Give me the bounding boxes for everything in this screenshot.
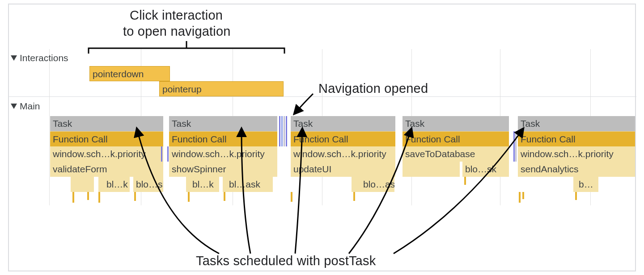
activity-tick (291, 192, 292, 202)
annotation-bottom: Tasks scheduled with postTask (196, 254, 376, 268)
function-call-bar[interactable]: Function Call (50, 131, 163, 146)
function-call-bar[interactable]: Function Call (291, 131, 395, 146)
gc-stripe (279, 116, 280, 146)
micro-task-bar[interactable] (71, 177, 94, 192)
activity-tick (87, 192, 89, 200)
gc-stripe (286, 116, 287, 146)
task-bar[interactable]: Task (402, 116, 509, 131)
track-divider (9, 96, 636, 97)
scheduler-bar[interactable]: window.sch…k.priority (169, 146, 277, 162)
callback-bar[interactable]: sendAnalytics (518, 162, 635, 177)
micro-task-bar[interactable]: bl…k (186, 177, 219, 192)
interaction-pointerup[interactable]: pointerup (159, 81, 284, 96)
micro-task-bar[interactable]: bl…ask (223, 177, 273, 192)
track-label-main: Main (20, 101, 40, 112)
activity-tick (519, 192, 521, 203)
activity-tick (188, 192, 190, 202)
gc-stripe (284, 116, 285, 146)
activity-tick (98, 192, 100, 203)
activity-tick (134, 192, 136, 201)
activity-tick (353, 192, 355, 201)
gridline (49, 49, 50, 205)
interaction-pointerdown[interactable]: pointerdown (89, 66, 170, 81)
micro-task-bar[interactable]: blo…sk (133, 177, 163, 192)
gc-stripe (515, 131, 517, 162)
task-bar[interactable]: Task (291, 116, 395, 131)
track-label-interactions: Interactions (20, 53, 68, 63)
gc-stripe (167, 146, 169, 162)
callback-bar[interactable]: showSpinner (169, 162, 277, 177)
task-bar[interactable]: Task (50, 116, 163, 131)
scheduler-bar[interactable]: saveToDatabase (402, 146, 509, 162)
micro-task-bar[interactable]: bl…k (98, 177, 130, 192)
activity-tick (522, 192, 524, 199)
activity-tick (72, 192, 74, 203)
chevron-down-icon[interactable] (11, 104, 17, 109)
diagram-frame: Click interaction to open navigation Nav… (8, 4, 636, 271)
micro-task-bar[interactable] (402, 162, 460, 177)
task-bar[interactable]: Task (518, 116, 635, 131)
scheduler-bar[interactable]: window.sch…k.priority (518, 146, 635, 162)
task-bar[interactable]: Task (169, 116, 277, 131)
gc-stripe (281, 116, 283, 146)
gc-stripe (513, 131, 515, 162)
function-call-bar[interactable]: Function Call (518, 131, 635, 146)
scheduler-bar[interactable]: window.sch…k.priority (291, 146, 395, 162)
stage: Click interaction to open navigation Nav… (0, 0, 644, 275)
callback-bar[interactable]: updateUI (291, 162, 395, 177)
chevron-down-icon[interactable] (11, 55, 17, 61)
callback-bar[interactable]: blo…sk (462, 162, 509, 177)
annotation-nav-opened: Navigation opened (318, 81, 428, 96)
scheduler-bar[interactable]: window.sch…k.priority (50, 146, 163, 162)
activity-tick (464, 177, 466, 185)
micro-task-bar[interactable]: b… (573, 177, 598, 192)
annotation-top-line2: to open navigation (123, 24, 231, 39)
activity-tick (575, 192, 577, 200)
annotation-top-line1: Click interaction (130, 8, 223, 23)
function-call-bar[interactable]: Function Call (169, 131, 277, 146)
activity-tick (224, 192, 225, 201)
micro-task-bar[interactable]: blo…ask (352, 177, 394, 192)
callback-bar[interactable]: validateForm (50, 162, 163, 177)
function-call-bar[interactable]: Function Call (402, 131, 509, 146)
gc-stripe (161, 146, 162, 162)
